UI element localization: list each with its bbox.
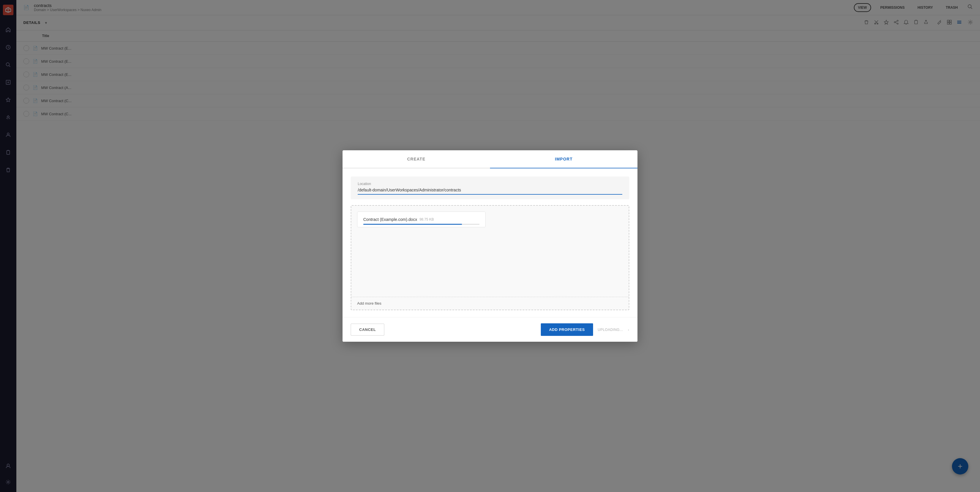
modal-body: Location /default-domain/UserWorkspaces/… [342,168,638,317]
location-section: Location /default-domain/UserWorkspaces/… [351,176,629,199]
location-label: Location [358,182,622,186]
tab-create[interactable]: CREATE [342,150,490,168]
tab-import[interactable]: IMPORT [490,150,638,168]
file-progress-bar-container [363,224,479,225]
location-value: /default-domain/UserWorkspaces/Administr… [358,188,622,195]
file-name: Contract (Example.com).docx [363,217,417,222]
cancel-button[interactable]: CANCEL [351,324,384,336]
file-progress-bar [363,224,462,225]
file-item: Contract (Example.com).docx 98.75 KB [357,211,485,227]
modal: CREATE IMPORT Location /default-domain/U… [342,150,638,342]
file-size: 98.75 KB [419,217,434,222]
uploading-status: UPLOADING... [598,328,623,332]
modal-overlay: CREATE IMPORT Location /default-domain/U… [0,0,980,492]
drop-zone[interactable]: Contract (Example.com).docx 98.75 KB Add… [351,205,629,310]
modal-tabs: CREATE IMPORT [342,150,638,168]
footer-right: ADD PROPERTIES UPLOADING... · [541,323,629,336]
add-more-files[interactable]: Add more files [351,297,629,309]
add-properties-button[interactable]: ADD PROPERTIES [541,323,593,336]
modal-footer: CANCEL ADD PROPERTIES UPLOADING... · [342,317,638,342]
